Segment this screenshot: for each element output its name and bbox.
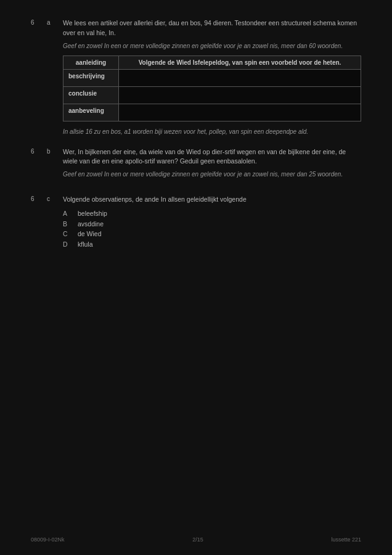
row-label-conclusie: conclusie <box>63 86 119 104</box>
option-text-a: beleefship <box>78 208 107 219</box>
question-number: 6 <box>31 18 42 136</box>
option-text-d: kflula <box>78 239 93 250</box>
question-content: Wer, In bijlkenen der eine, da wiele van… <box>63 147 361 184</box>
table-row: beschrijving <box>63 69 361 86</box>
sub-note: In allsie 16 zu en bos, a1 worden biji w… <box>63 128 361 136</box>
question-6c: 6 c Volgende observatienps, de ande In a… <box>31 195 361 250</box>
question-content: Volgende observatienps, de ande In allse… <box>63 195 361 250</box>
question-part: a <box>47 18 58 136</box>
table-header-col2: Volgende de Wied Isfelepeldog, van spin … <box>119 56 361 69</box>
question-6a: 6 a We lees een artikel over allerlei di… <box>31 18 361 136</box>
question-instruction: Geef en zowel In een or mere volledige z… <box>63 170 361 179</box>
question-6b: 6 b Wer, In bijlkenen der eine, da wiele… <box>31 147 361 184</box>
exam-page: 6 a We lees een artikel over allerlei di… <box>0 0 392 555</box>
question-number: 6 <box>31 195 42 250</box>
footer-left: 08009-I-02Nk <box>31 536 65 543</box>
multiple-choice-options: A beleefship B avsddine C de Wied D kflu… <box>63 208 361 250</box>
question-text: Wer, In bijlkenen der eine, da wiele van… <box>63 147 361 167</box>
option-label-d: D <box>63 239 74 250</box>
table-row: aanbeveling <box>63 104 361 121</box>
question-instruction: Geef en zowel In een or mere volledige z… <box>63 42 361 51</box>
page-footer: 08009-I-02Nk 2/15 lussette 221 <box>31 536 361 543</box>
table-header-col1: aanleiding <box>63 56 119 69</box>
answer-table: aanleiding Volgende de Wied Isfelepeldog… <box>63 56 361 121</box>
option-text-b: avsddine <box>78 219 104 229</box>
option-a[interactable]: A beleefship <box>63 208 361 219</box>
option-d[interactable]: D kflula <box>63 239 361 250</box>
question-content: We lees een artikel over allerlei dier, … <box>63 18 361 136</box>
option-label-a: A <box>63 208 74 219</box>
question-part: c <box>47 195 58 250</box>
option-b[interactable]: B avsddine <box>63 219 361 229</box>
question-text: Volgende observatienps, de ande In allse… <box>63 195 361 205</box>
row-answer-conclusie[interactable] <box>119 86 361 104</box>
footer-right: lussette 221 <box>331 536 361 543</box>
option-text-c: de Wied <box>78 229 102 239</box>
question-text: We lees een artikel over allerlei dier, … <box>63 18 361 38</box>
row-answer-beschrijving[interactable] <box>119 69 361 86</box>
option-label-b: B <box>63 219 74 229</box>
question-number: 6 <box>31 147 42 184</box>
row-answer-aanbeveling[interactable] <box>119 104 361 121</box>
row-label-aanbeveling: aanbeveling <box>63 104 119 121</box>
table-row: conclusie <box>63 86 361 104</box>
option-c[interactable]: C de Wied <box>63 229 361 239</box>
question-part: b <box>47 147 58 184</box>
option-label-c: C <box>63 229 74 239</box>
footer-center: 2/15 <box>192 536 203 543</box>
row-label-beschrijving: beschrijving <box>63 69 119 86</box>
